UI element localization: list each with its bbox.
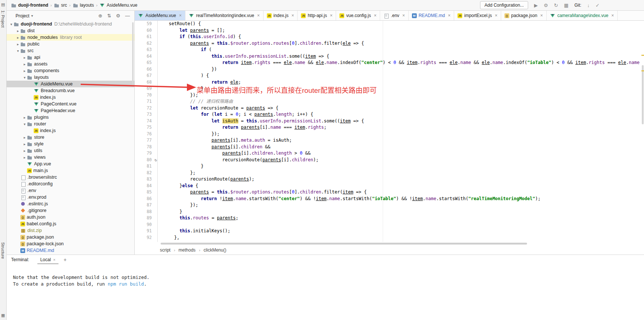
settings-icon[interactable]: ⚙ [544, 3, 548, 8]
chevron-closed-icon[interactable]: ▸ [22, 69, 27, 73]
chevron-closed-icon[interactable]: ▸ [22, 62, 27, 66]
warning-stripe-mark[interactable] [641, 55, 644, 56]
close-tab-icon[interactable]: × [257, 13, 260, 18]
tab-index.js[interactable]: index.js× [264, 11, 298, 20]
tree-item-babel.config.js[interactable]: babel.config.js [7, 220, 134, 227]
panel-divider[interactable] [134, 11, 135, 255]
close-terminal-tab-icon[interactable]: × [53, 257, 55, 262]
close-tab-icon[interactable]: × [330, 13, 332, 18]
tree-item-main.js[interactable]: main.js [7, 167, 134, 174]
chevron-closed-icon[interactable]: ▸ [22, 149, 27, 153]
tab-package.json[interactable]: package.json× [501, 11, 547, 20]
tree-item-api[interactable]: ▸api [7, 54, 134, 61]
git-commit-icon[interactable]: ✓ [596, 3, 600, 8]
tool-window-structure-button[interactable]: Structure [1, 242, 5, 259]
sync-icon[interactable]: ↻ [554, 3, 558, 8]
warning-stripe-mark[interactable] [641, 70, 644, 71]
recursive-call-icon[interactable]: ↻ [154, 157, 157, 164]
tab-importExcel.js[interactable]: importExcel.js× [454, 11, 501, 20]
tree-item-.env.prod[interactable]: .env.prod [7, 194, 134, 201]
tree-item-.browserslistrc[interactable]: .browserslistrc [7, 174, 134, 181]
project-tool-icon[interactable]: ▤ [1, 2, 5, 7]
chevron-closed-icon[interactable]: ▸ [16, 29, 20, 33]
close-tab-icon[interactable]: × [402, 13, 405, 18]
tab-vue.config.js[interactable]: vue.config.js× [336, 11, 380, 20]
tree-item-PageContent.vue[interactable]: PageContent.vue [7, 101, 134, 107]
project-panel-title[interactable]: Project ▾ [16, 13, 33, 18]
tree-item-views[interactable]: ▸views [7, 154, 134, 161]
tree-item-dist[interactable]: ▸dist [7, 27, 134, 34]
expand-collapse-icon[interactable]: ⇅ [107, 13, 111, 18]
breadcrumb-item[interactable]: duoji-frontend [11, 3, 48, 8]
project-tree-scrollbar[interactable] [132, 22, 134, 85]
breadcrumb-item[interactable]: script [160, 247, 171, 253]
tree-item-PageHeader.vue[interactable]: PageHeader.vue [7, 107, 134, 114]
close-tab-icon[interactable]: × [540, 13, 543, 18]
close-tab-icon[interactable]: × [448, 13, 450, 18]
chevron-open-icon[interactable]: ▾ [16, 49, 20, 53]
tab-cameraManage\index.vue[interactable]: cameraManage\index.vue× [547, 11, 618, 20]
close-tab-icon[interactable]: × [291, 13, 294, 18]
tree-item-.gitignore[interactable]: .gitignore [7, 207, 134, 214]
project-tree[interactable]: ▾duoji-frontendD:\zheheWeb\duoji-fronten… [7, 21, 134, 255]
run-icon[interactable]: ▶ [534, 3, 538, 8]
tool-window-project-button[interactable]: 1: Project [1, 10, 5, 27]
chevron-closed-icon[interactable]: ▸ [22, 155, 27, 159]
tree-item-utils[interactable]: ▸utils [7, 147, 134, 154]
breadcrumb-item[interactable]: clickMenu() [204, 247, 226, 253]
tree-item-.eslintrc.js[interactable]: .eslintrc.js [7, 201, 134, 207]
tree-item-dist.zip[interactable]: dist.zip [7, 227, 134, 234]
close-tab-icon[interactable]: × [374, 13, 376, 18]
gear-icon[interactable]: ⚙ [116, 13, 120, 18]
breadcrumb-item[interactable]: methods [178, 247, 195, 253]
tree-item-node_modules[interactable]: ▸node_moduleslibrary root [7, 34, 134, 41]
chevron-open-icon[interactable]: ▾ [22, 122, 27, 126]
chevron-closed-icon[interactable]: ▸ [22, 135, 27, 139]
tree-item-src[interactable]: ▾src [7, 47, 134, 54]
breadcrumb-item[interactable]: layouts [73, 3, 94, 8]
tree-item-auth.json[interactable]: auth.json [7, 214, 134, 220]
tree-item-package.json[interactable]: package.json [7, 234, 134, 240]
terminal-output[interactable]: Note that the development build is not o… [7, 265, 644, 287]
tool-windows-grid-icon[interactable]: ▦ [1, 313, 5, 318]
tree-item-Breadcrumb.vue[interactable]: Breadcrumb.vue [7, 87, 134, 94]
chevron-open-icon[interactable]: ▾ [9, 22, 14, 26]
chevron-closed-icon[interactable]: ▸ [22, 55, 27, 60]
close-tab-icon[interactable]: × [611, 13, 614, 18]
tree-item-README.md[interactable]: README.md [7, 247, 134, 254]
chevron-closed-icon[interactable]: ▸ [22, 142, 27, 146]
tree-item-duoji-frontend[interactable]: ▾duoji-frontendD:\zheheWeb\duoji-fronten… [7, 21, 134, 27]
scrollbar-thumb[interactable] [161, 243, 527, 245]
new-terminal-button[interactable]: + [64, 257, 67, 263]
chevron-open-icon[interactable]: ▾ [22, 75, 27, 80]
tab-realTimeMonitoring\index.vue[interactable]: realTimeMonitoring\index.vue× [185, 11, 264, 20]
tree-item-public[interactable]: ▸public [7, 41, 134, 47]
tool-windows-icon[interactable]: ▦ [564, 3, 568, 8]
tab-.env[interactable]: .env× [380, 11, 409, 20]
tree-item-.env[interactable]: .env [7, 187, 134, 194]
tree-item-package-lock.json[interactable]: package-lock.json [7, 240, 134, 247]
tree-item-index.js[interactable]: index.js [7, 127, 134, 134]
git-update-icon[interactable]: ↓ [587, 3, 590, 8]
close-tab-icon[interactable]: × [495, 13, 497, 18]
code-editor[interactable]: 59setRoute() {60 let parents = [];61 if … [135, 21, 644, 242]
breadcrumb-item[interactable]: src [54, 3, 67, 8]
locate-file-icon[interactable]: ⊕ [98, 13, 103, 18]
tree-item-store[interactable]: ▸store [7, 134, 134, 141]
tree-item-components[interactable]: ▸components [7, 67, 134, 74]
chevron-closed-icon[interactable]: ▸ [16, 36, 20, 40]
tree-item-style[interactable]: ▸style [7, 141, 134, 147]
tree-item-assets[interactable]: ▸assets [7, 61, 134, 67]
chevron-closed-icon[interactable]: ▸ [16, 42, 20, 46]
tree-item-AsideMenu.vue[interactable]: AsideMenu.vue [7, 81, 134, 87]
tree-item-App.vue[interactable]: App.vue [7, 161, 134, 167]
tab-http-api.js[interactable]: http-api.js× [298, 11, 336, 20]
tree-item-router[interactable]: ▾router [7, 121, 134, 127]
breadcrumb-item[interactable]: AsideMenu.vue [100, 3, 137, 8]
tree-item-index.js[interactable]: index.js [7, 94, 134, 101]
tab-README.md[interactable]: README.md× [409, 11, 454, 20]
tree-item-layouts[interactable]: ▾layouts [7, 74, 134, 81]
tree-item-.editorconfig[interactable]: .editorconfig [7, 181, 134, 187]
editor-vertical-scrollbar[interactable] [642, 65, 644, 124]
tab-AsideMenu.vue[interactable]: AsideMenu.vue× [135, 11, 185, 20]
